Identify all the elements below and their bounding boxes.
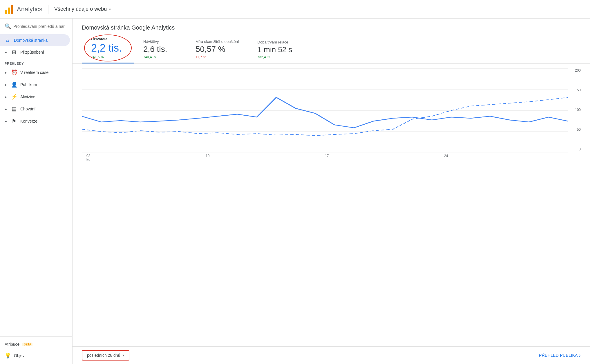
prehled-label: PŘEHLED PUBLIKA (539, 353, 578, 358)
bounce-label: Míra okamžitého opuštění (196, 39, 239, 44)
sidebar-home-label: Domovská stránka (14, 38, 48, 43)
x-label-24: 24 (444, 154, 448, 161)
page-title: Domovská stránka Google Analytics (73, 19, 590, 31)
search-icon: 🔍 (5, 23, 11, 30)
date-dropdown-icon: ▾ (122, 353, 124, 357)
x-axis-labels: 03 led 10 17 24 (82, 154, 568, 161)
footer-bar: posledních 28 dnů ▾ PŘEHLED PUBLIKA › (73, 346, 590, 364)
analytics-logo (5, 5, 13, 14)
sidebar-realtime-label: V reálném čase (20, 70, 48, 75)
chart-container: 200 150 100 50 0 03 led 10 17 (73, 64, 590, 346)
tab-bounce[interactable]: Míra okamžitého opuštění 50,57 % ↓1,7 % (186, 36, 248, 63)
y-label-0: 0 (579, 147, 581, 151)
sidebar-item-acquisition[interactable]: ▶ ⚡ Akvizice (0, 91, 70, 103)
sidebar-behavior-label: Chování (20, 107, 35, 111)
sidebar-item-customize[interactable]: ▶ ⊞ Přizpůsobení (0, 46, 70, 58)
content-area: Domovská stránka Google Analytics Uživat… (73, 19, 590, 364)
sessions-change: ↑40,4 % (143, 55, 177, 59)
chevron-acquisition-icon: ▶ (5, 95, 7, 99)
logo-bar-1 (5, 10, 7, 14)
x-label-10: 10 (206, 154, 209, 161)
users-change: ↑41,6 % (91, 55, 125, 59)
sidebar: 🔍 ⌂ Domovská stránka ▶ ⊞ Přizpůsobení PŘ… (0, 19, 73, 364)
account-selector[interactable]: Všechny údaje o webu ▾ (54, 6, 111, 12)
sidebar-item-home[interactable]: ⌂ Domovská stránka (0, 34, 70, 46)
x-label-03: 03 led (86, 154, 90, 161)
sidebar-item-discover[interactable]: 💡 Objevit (0, 350, 70, 362)
bounce-value: 50,57 % (196, 45, 239, 54)
tab-duration[interactable]: Doba trvání relace 1 min 52 s ↑32,4 % (248, 37, 302, 63)
chevron-customize-icon: ▶ (5, 51, 7, 54)
logo-bar-2 (8, 8, 10, 14)
date-selector[interactable]: posledních 28 dnů ▾ (82, 350, 129, 361)
date-label: posledních 28 dnů (87, 353, 120, 358)
sidebar-item-realtime[interactable]: ▶ ⏰ V reálném čase (0, 66, 70, 79)
chevron-audience-icon: ▶ (5, 83, 7, 86)
sidebar-discover-label: Objevit (14, 353, 27, 358)
logo-area: Analytics (5, 5, 48, 14)
users-value: 2,2 tis. (91, 42, 125, 54)
x-label-17: 17 (325, 154, 329, 161)
sidebar-audience-label: Publikum (20, 82, 37, 87)
tab-sessions[interactable]: Návštěvy 2,6 tis. ↑40,4 % (134, 36, 186, 63)
y-label-100: 100 (575, 108, 581, 112)
duration-label: Doba trvání relace (258, 40, 292, 44)
chart-svg (82, 68, 568, 152)
reports-section-label: PŘEHLEDY (0, 58, 72, 66)
bounce-change: ↓1,7 % (196, 55, 239, 59)
sidebar-acquisition-label: Akvizice (20, 94, 35, 99)
behavior-icon: ▤ (11, 106, 17, 112)
sidebar-customize-label: Přizpůsobení (20, 50, 44, 54)
duration-value: 1 min 52 s (258, 46, 292, 54)
chevron-realtime-icon: ▶ (5, 71, 7, 74)
y-label-200: 200 (575, 68, 581, 72)
app-title: Analytics (17, 6, 42, 13)
sessions-label: Návštěvy (143, 39, 177, 44)
prehled-arrow-icon: › (579, 352, 581, 358)
duration-change: ↑32,4 % (258, 55, 292, 59)
audience-icon: 👤 (11, 81, 17, 88)
discover-icon: 💡 (5, 352, 10, 359)
realtime-icon: ⏰ (11, 69, 17, 76)
attribution-label: Atribuce (5, 342, 19, 347)
chevron-behavior-icon: ▶ (5, 108, 7, 111)
sidebar-bottom: Atribuce BETA 💡 Objevit (0, 336, 72, 362)
customize-icon: ⊞ (11, 49, 17, 55)
sidebar-item-behavior[interactable]: ▶ ▤ Chování (0, 103, 70, 115)
sidebar-item-audience[interactable]: ▶ 👤 Publikum (0, 79, 70, 91)
chart-svg-area (82, 68, 568, 152)
users-label: Uživatelé (91, 37, 125, 41)
search-input[interactable] (13, 24, 68, 29)
sidebar-conversions-label: Konverze (20, 119, 37, 123)
metrics-tabs: Uživatelé 2,2 tis. ↑41,6 % Návštěvy 2,6 … (73, 33, 590, 64)
account-dropdown-icon: ▾ (109, 7, 111, 11)
y-axis-labels: 200 150 100 50 0 (569, 68, 581, 152)
beta-badge: BETA (22, 343, 32, 346)
prehled-publika-link[interactable]: PŘEHLED PUBLIKA › (539, 352, 581, 358)
logo-bar-3 (11, 5, 13, 14)
account-label: Všechny údaje o webu (54, 6, 107, 12)
sidebar-item-conversions[interactable]: ▶ ⚑ Konverze (0, 115, 70, 127)
home-icon: ⌂ (5, 37, 10, 43)
main-layout: 🔍 ⌂ Domovská stránka ▶ ⊞ Přizpůsobení PŘ… (0, 19, 590, 364)
chevron-conversions-icon: ▶ (5, 120, 7, 123)
tab-users[interactable]: Uživatelé 2,2 tis. ↑41,6 % (82, 33, 134, 63)
y-label-50: 50 (577, 128, 581, 132)
chart-wrap: 200 150 100 50 0 03 led 10 17 (82, 68, 581, 161)
acquisition-icon: ⚡ (11, 94, 17, 100)
sidebar-item-attribution[interactable]: Atribuce BETA (0, 339, 72, 350)
search-box: 🔍 (0, 21, 72, 32)
top-header: Analytics Všechny údaje o webu ▾ (0, 0, 590, 19)
users-metric-circled: Uživatelé 2,2 tis. ↑41,6 % (91, 37, 125, 59)
conversions-icon: ⚑ (11, 118, 17, 124)
y-label-150: 150 (575, 88, 581, 92)
sessions-value: 2,6 tis. (143, 45, 177, 54)
